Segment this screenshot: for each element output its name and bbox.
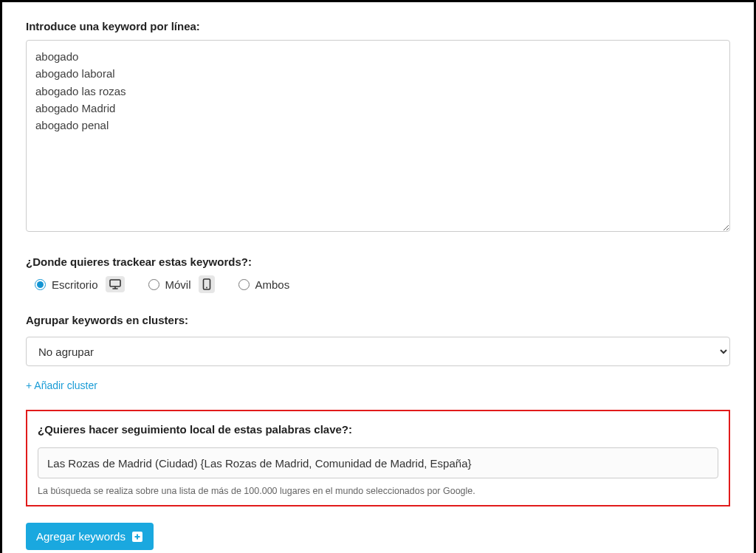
keywords-section: Introduce una keyword por línea: (26, 20, 730, 235)
cluster-select[interactable]: No agrupar (26, 337, 730, 366)
radio-both-label: Ambos (255, 278, 290, 291)
radio-mobile-label: Móvil (165, 278, 191, 291)
desktop-icon (106, 276, 125, 292)
radio-both[interactable] (238, 279, 250, 290)
plus-square-icon (131, 531, 143, 543)
svg-point-4 (206, 287, 207, 289)
keywords-label: Introduce una keyword por línea: (26, 20, 730, 32)
radio-mobile[interactable] (148, 279, 159, 290)
submit-label: Agregar keywords (36, 530, 126, 543)
radio-option-both[interactable]: Ambos (238, 278, 290, 291)
mobile-icon (199, 275, 215, 293)
tracking-section: ¿Donde quieres trackear estas keywords?:… (26, 255, 730, 293)
submit-button[interactable]: Agregar keywords (26, 523, 154, 550)
radio-option-desktop[interactable]: Escritorio (35, 276, 125, 292)
local-tracking-section: ¿Quieres hacer seguimiento local de esta… (26, 410, 730, 506)
cluster-label: Agrupar keywords en clusters: (26, 314, 730, 326)
tracking-label: ¿Donde quieres trackear estas keywords?: (26, 255, 730, 268)
form-container: Introduce una keyword por línea: ¿Donde … (0, 0, 756, 553)
svg-rect-0 (110, 280, 120, 286)
tracking-radio-row: Escritorio Móvil (35, 275, 730, 293)
radio-desktop[interactable] (35, 279, 46, 290)
radio-option-mobile[interactable]: Móvil (148, 275, 215, 293)
local-help-text: La búsqueda se realiza sobre una lista d… (38, 486, 718, 496)
cluster-section: Agrupar keywords en clusters: No agrupar… (26, 314, 730, 392)
radio-desktop-label: Escritorio (52, 278, 98, 291)
local-label: ¿Quieres hacer seguimiento local de esta… (38, 423, 718, 436)
add-cluster-link[interactable]: + Añadir cluster (26, 379, 97, 391)
location-input[interactable] (38, 447, 718, 478)
keywords-textarea[interactable] (26, 40, 730, 232)
